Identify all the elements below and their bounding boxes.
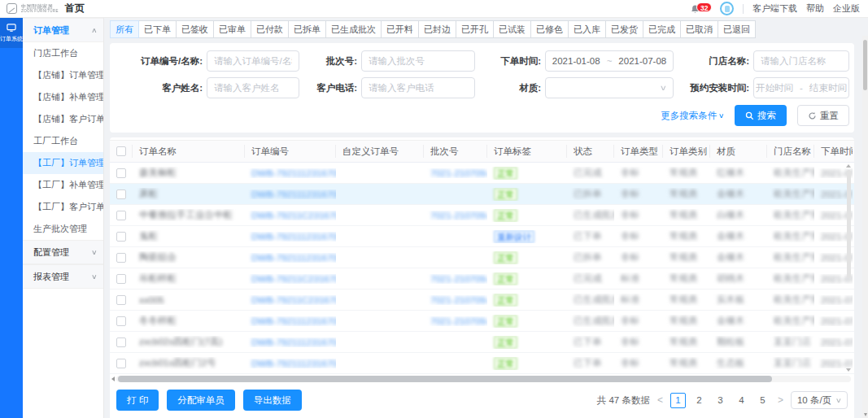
page-size-select[interactable]: 10 条/页 ∨ <box>791 391 848 409</box>
tab-10[interactable]: 已试装 <box>493 20 531 38</box>
page-4[interactable]: 4 <box>734 393 749 408</box>
customer-name-input[interactable] <box>207 77 299 98</box>
table-row[interactable]: xx005 DWB-79211C23167086 7021-210709-32 … <box>110 290 854 311</box>
row-checkbox[interactable] <box>116 168 126 178</box>
table-row[interactable]: zxcb01s四柜门2号 DWB-79211123167048 正常 已下单 非… <box>110 353 854 374</box>
sidebar-item[interactable]: 报表管理∨ <box>23 264 103 289</box>
order-number-link[interactable]: DWB-79211C23167085 <box>251 274 336 284</box>
sidebar-item[interactable]: 【工厂】客户订单 <box>23 196 103 218</box>
tab-1[interactable]: 已下单 <box>138 20 177 38</box>
table-row[interactable]: 森美橱柜 DWB-79211123167080 7021-210709-36 正… <box>110 163 854 184</box>
scroll-down-arrow[interactable] <box>846 368 851 372</box>
batch-number-link[interactable]: 7021-210709-31 <box>430 316 487 326</box>
notifications-button[interactable]: 32 <box>690 2 711 15</box>
page-2[interactable]: 2 <box>691 393 707 408</box>
tab-3[interactable]: 已审单 <box>213 20 251 38</box>
page-3[interactable]: 3 <box>713 393 728 408</box>
sidebar-item[interactable]: 订单管理∧ <box>23 18 103 42</box>
sidebar-item[interactable]: 工厂工作台 <box>23 130 103 152</box>
sidebar-item[interactable]: 【店铺】补单管理 <box>23 86 103 108</box>
row-checkbox[interactable] <box>116 211 126 220</box>
sidebar-item[interactable]: 生产批次管理 <box>23 218 103 240</box>
table-row[interactable]: 陶瓷组合 DWB-79211123167084 正常 已拆单 非标 常规类 金橡… <box>110 247 854 268</box>
order-number-link[interactable]: DWB-79211123167082 <box>251 189 336 199</box>
assign-reviewer-button[interactable]: 分配审单员 <box>167 390 235 411</box>
table-row[interactable]: 鬼柜 DWB-79211123167083 重新设计 已下单 非标 常规类 金橡… <box>110 226 854 247</box>
table-row[interactable]: 中餐推拉手工业台中柜 DWB-79211C23167081 7021-21070… <box>110 205 854 226</box>
tab-11[interactable]: 已修色 <box>530 20 569 38</box>
help-link[interactable]: 帮助 <box>806 2 824 15</box>
sidebar-item[interactable]: 配置管理∨ <box>23 240 103 264</box>
tab-15[interactable]: 已取消 <box>680 20 718 38</box>
table-row[interactable]: 冬冬样柜 DWB-79211123167087 7021-210709-31 正… <box>110 311 854 332</box>
order-number-link[interactable]: DWB-79211123167080 <box>251 168 336 178</box>
select-all-checkbox[interactable] <box>116 146 126 156</box>
client-download-link[interactable]: 客户端下载 <box>752 2 797 15</box>
tab-12[interactable]: 已入库 <box>568 20 606 38</box>
hscroll-track[interactable] <box>116 376 851 382</box>
row-checkbox[interactable] <box>116 253 126 263</box>
scroll-thumb[interactable] <box>847 170 851 278</box>
order-number-link[interactable]: DWB-79211123167087 <box>251 316 336 326</box>
rail-item-order-system[interactable]: 订单系统 <box>0 18 23 48</box>
batch-number-link[interactable]: 7021-210709-34 <box>430 274 487 284</box>
page-scrollbar-thumb[interactable] <box>863 40 867 90</box>
table-row[interactable]: zxcb02s四柜门(7高) DWB-79211123167047 正常 已下单… <box>110 332 854 353</box>
batch-number-link[interactable]: 7021-210709-36 <box>430 168 487 178</box>
sidebar-item[interactable]: 门店工作台 <box>23 42 103 64</box>
row-checkbox[interactable] <box>116 295 126 305</box>
order-number-link[interactable]: DWB-79211123167083 <box>251 232 336 242</box>
row-checkbox[interactable] <box>116 232 126 242</box>
search-button[interactable]: 搜索 <box>735 105 787 126</box>
order-number-link[interactable]: DWB-79211C23167081 <box>251 211 336 220</box>
install-time-range[interactable]: 开始时间 - 结束时间 <box>753 77 849 98</box>
page-1[interactable]: 1 <box>670 393 686 408</box>
scroll-up-arrow[interactable] <box>846 164 851 168</box>
row-checkbox[interactable] <box>116 337 126 347</box>
tab-7[interactable]: 已开料 <box>381 20 419 38</box>
page-scrollbar[interactable] <box>862 36 868 418</box>
batch-no-input[interactable] <box>361 50 475 72</box>
order-no-input[interactable] <box>207 50 299 72</box>
prev-page-button[interactable]: < <box>657 394 663 406</box>
tab-8[interactable]: 已封边 <box>418 20 456 38</box>
table-vertical-scrollbar[interactable] <box>845 164 852 372</box>
scroll-left-arrow[interactable] <box>111 377 115 381</box>
sidebar-item[interactable]: 【店铺】订单管理 <box>23 64 103 86</box>
tab-5[interactable]: 已拆单 <box>288 20 326 38</box>
enterprise-link[interactable]: 企业版 <box>833 2 860 15</box>
export-data-button[interactable]: 导出数据 <box>243 390 302 411</box>
tab-4[interactable]: 已付款 <box>251 20 289 38</box>
order-number-link[interactable]: DWB-79211123167084 <box>251 253 336 263</box>
reset-button[interactable]: 重置 <box>797 105 849 126</box>
breadcrumb-home[interactable]: 首页 <box>65 2 85 15</box>
row-checkbox[interactable] <box>116 359 126 368</box>
customer-phone-input[interactable] <box>361 77 475 98</box>
store-name-input[interactable] <box>753 50 849 72</box>
table-row[interactable]: 床柜 DWB-79211123167082 正常 已拆单 非标 常规类 金橡木 … <box>110 184 854 205</box>
more-filters-link[interactable]: 更多搜索条件 ∨ <box>661 110 724 122</box>
table-row[interactable]: 吊柜样柜 DWB-79211C23167085 7021-210709-34 正… <box>110 268 854 290</box>
print-button[interactable]: 打 印 <box>116 390 159 411</box>
order-number-link[interactable]: DWB-79211123167048 <box>251 359 336 368</box>
tab-9[interactable]: 已开孔 <box>456 20 494 38</box>
avatar[interactable] <box>720 2 734 15</box>
next-page-button[interactable]: > <box>778 394 783 406</box>
sidebar-item[interactable]: 【工厂】订单管理 <box>23 152 103 174</box>
tab-2[interactable]: 已签收 <box>176 20 214 38</box>
row-checkbox[interactable] <box>116 274 126 284</box>
material-select[interactable]: ∨ <box>545 77 674 98</box>
page-scroll-down-arrow[interactable] <box>864 413 867 416</box>
tab-14[interactable]: 已完成 <box>643 20 681 38</box>
sidebar-item[interactable]: 【店铺】客户订单 <box>23 108 103 130</box>
batch-number-link[interactable]: 7021-210709-32 <box>430 211 487 220</box>
sidebar-item[interactable]: 【工厂】补单管理 <box>23 174 103 196</box>
batch-number-link[interactable]: 7021-210709-32 <box>430 295 487 305</box>
tab-16[interactable]: 已退回 <box>718 20 756 38</box>
order-time-range[interactable]: 2021-01-08 ~ 2021-07-08 <box>545 50 674 72</box>
page-5[interactable]: 5 <box>755 393 770 408</box>
order-number-link[interactable]: DWB-79211123167047 <box>251 337 336 347</box>
tab-0[interactable]: 所有 <box>110 20 139 38</box>
order-number-link[interactable]: DWB-79211C23167086 <box>251 295 336 305</box>
tab-13[interactable]: 已发货 <box>605 20 643 38</box>
